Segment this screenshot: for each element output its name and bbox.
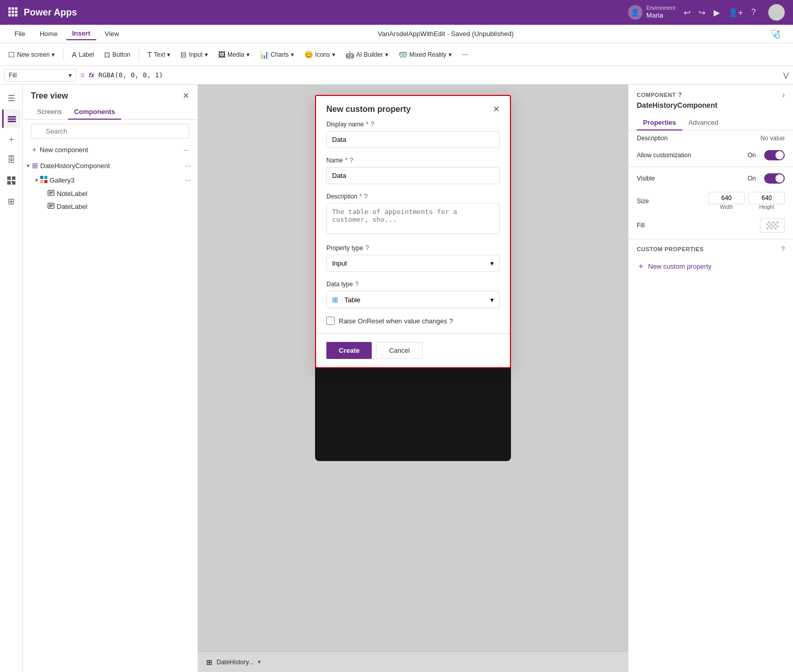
sidebar-media-icon[interactable] xyxy=(2,171,21,190)
main-layout: ☰ ＋ 🗄 ⊞ Tree view ✕ Screens Components xyxy=(0,85,793,672)
new-screen-button[interactable]: ☐ New screen ▾ xyxy=(4,48,59,61)
display-name-field: Display name * ? xyxy=(326,120,500,148)
fill-color-picker[interactable] xyxy=(760,218,785,233)
title-bar: Power Apps 👤 Environment Maria ↩ ↪ ▶ 👤+ … xyxy=(0,0,793,25)
ai-builder-button[interactable]: 🤖 AI Builder ▾ xyxy=(341,48,392,61)
create-button[interactable]: Create xyxy=(326,342,372,359)
display-name-input[interactable] xyxy=(326,131,500,148)
tree-item-notelabel[interactable]: NoteLabel xyxy=(23,187,197,200)
user-add-icon[interactable]: 👤+ xyxy=(728,8,743,18)
svg-rect-3 xyxy=(8,10,11,13)
tree-item-datehistory[interactable]: ▾ ⊞ DateHistoryComponent ··· xyxy=(23,158,197,173)
label-button[interactable]: A Label xyxy=(68,48,98,61)
tab-components[interactable]: Components xyxy=(68,105,121,120)
mixed-reality-button[interactable]: 🥽 Mixed Reality ▾ xyxy=(394,48,456,61)
data-type-help-icon[interactable]: ? xyxy=(355,280,358,288)
search-input[interactable] xyxy=(31,124,189,139)
tab-screens[interactable]: Screens xyxy=(31,105,68,120)
menu-home[interactable]: Home xyxy=(34,28,64,40)
gallery3-more-icon[interactable]: ··· xyxy=(183,175,193,185)
ai-builder-icon: 🤖 xyxy=(345,51,354,59)
environment-section: 👤 Environment Maria xyxy=(628,5,675,20)
component-help-icon[interactable]: ? xyxy=(678,91,682,99)
display-name-help-icon[interactable]: ? xyxy=(370,120,374,128)
description-input[interactable] xyxy=(326,203,500,234)
tab-properties[interactable]: Properties xyxy=(637,116,682,130)
new-component-button[interactable]: ＋ New component xyxy=(31,145,88,154)
formula-bar: Fill ▾ = fx ⋁ xyxy=(0,66,793,85)
cancel-button[interactable]: Cancel xyxy=(376,342,422,359)
raise-on-reset-checkbox[interactable] xyxy=(326,317,335,325)
new-custom-property-button[interactable]: ＋ New custom property xyxy=(629,257,793,276)
description-text: Description xyxy=(326,193,357,200)
formula-dropdown-chevron: ▾ xyxy=(69,72,72,79)
help-icon[interactable]: ? xyxy=(751,8,756,17)
more-toolbar-button[interactable]: ⋯ xyxy=(458,49,472,60)
tree-close-button[interactable]: ✕ xyxy=(183,91,189,101)
new-component-more-icon[interactable]: ··· xyxy=(184,146,189,154)
new-custom-prop-plus-icon: ＋ xyxy=(637,261,645,272)
formula-dropdown[interactable]: Fill ▾ xyxy=(4,69,76,81)
new-screen-label: New screen xyxy=(17,51,49,58)
data-type-select[interactable]: ⊞ Table ▾ xyxy=(326,291,500,308)
charts-button[interactable]: 📊 Charts ▾ xyxy=(256,48,298,61)
icons-button[interactable]: 😊 Icons ▾ xyxy=(300,48,339,61)
name-input[interactable] xyxy=(326,167,500,184)
menu-view[interactable]: View xyxy=(98,28,125,40)
text-button[interactable]: T Text ▾ xyxy=(143,48,175,61)
stethoscope-icon[interactable]: 🩺 xyxy=(766,27,785,41)
datehistory-more-icon[interactable]: ··· xyxy=(183,160,193,171)
modal-close-button[interactable]: ✕ xyxy=(493,104,500,114)
property-type-select[interactable]: Input ▾ xyxy=(326,255,500,272)
height-input[interactable] xyxy=(749,192,785,204)
width-input[interactable] xyxy=(708,192,745,204)
description-prop-value: No value xyxy=(761,135,785,142)
avatar[interactable] xyxy=(768,4,785,21)
allow-customization-toggle[interactable] xyxy=(764,150,785,160)
svg-rect-18 xyxy=(40,180,43,183)
data-type-chevron: ▾ xyxy=(490,296,494,304)
tree-tabs: Screens Components xyxy=(23,105,197,120)
label-icon-tree xyxy=(47,189,55,198)
play-icon[interactable]: ▶ xyxy=(714,8,720,18)
divider-1 xyxy=(629,167,793,167)
media-icon: 🖼 xyxy=(218,51,225,59)
tab-advanced[interactable]: Advanced xyxy=(682,116,724,130)
tree-panel: Tree view ✕ Screens Components 🔍 ＋ New c… xyxy=(23,85,198,672)
menu-file[interactable]: File xyxy=(8,28,31,40)
media-button[interactable]: 🖼 Media ▾ xyxy=(214,48,254,61)
data-type-value: Table xyxy=(344,296,360,304)
modal-body: Display name * ? Name * ? xyxy=(316,120,510,333)
tree-item-datelabel[interactable]: DateLabel xyxy=(23,200,197,213)
description-help-icon[interactable]: ? xyxy=(364,192,368,200)
gallery3-label: Gallery3 xyxy=(49,176,181,184)
equals-icon: = xyxy=(80,71,85,79)
separator-1 xyxy=(63,48,63,61)
environment-icon: 👤 xyxy=(628,5,642,20)
input-label: Input xyxy=(189,51,203,58)
raise-on-reset-help-icon[interactable]: ? xyxy=(449,317,453,325)
formula-input[interactable] xyxy=(98,71,779,79)
custom-props-help-icon[interactable]: ? xyxy=(781,245,785,253)
sidebar-layers-icon[interactable] xyxy=(2,109,21,128)
modal-header: New custom property ✕ xyxy=(316,96,510,120)
sidebar-add-icon[interactable]: ＋ xyxy=(2,130,21,149)
formula-expand-icon[interactable]: ⋁ xyxy=(783,71,789,79)
name-help-icon[interactable]: ? xyxy=(350,156,353,164)
menu-insert[interactable]: Insert xyxy=(66,27,96,40)
tree-item-gallery3[interactable]: ▾ Gallery3 ··· xyxy=(23,173,197,187)
grid-icon[interactable] xyxy=(8,7,18,18)
modal-overlay: New custom property ✕ Display name * ? xyxy=(198,85,628,672)
undo-icon[interactable]: ↩ xyxy=(684,8,690,18)
sidebar-components-icon[interactable]: ⊞ xyxy=(2,192,21,210)
right-panel-chevron-icon[interactable]: › xyxy=(782,91,785,99)
sidebar-data-icon[interactable]: 🗄 xyxy=(2,151,21,169)
property-type-help-icon[interactable]: ? xyxy=(365,244,369,252)
sidebar-menu-icon[interactable]: ☰ xyxy=(2,89,21,107)
redo-icon[interactable]: ↪ xyxy=(699,8,705,18)
button-button[interactable]: ⊡ Button xyxy=(100,48,135,61)
visible-toggle[interactable] xyxy=(764,173,785,184)
more-toolbar-icon: ⋯ xyxy=(462,51,468,58)
input-button[interactable]: ⊟ Input ▾ xyxy=(176,48,212,61)
media-chevron: ▾ xyxy=(246,51,250,58)
